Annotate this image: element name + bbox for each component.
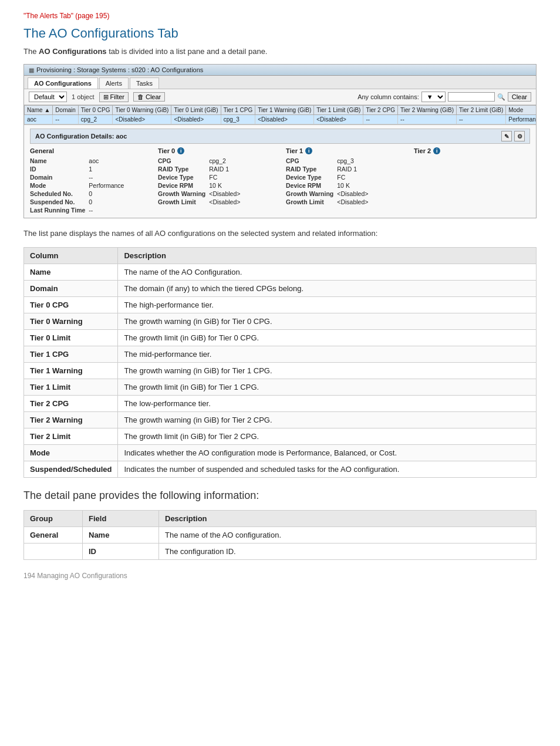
column-description: The growth warning (in GiB) for Tier 1 C… <box>118 363 537 379</box>
detail-field-row: ModePerformance <box>30 181 127 190</box>
detail-tier0: Tier 0 i CPGcpg_2RAID TypeRAID 1Device T… <box>158 147 274 214</box>
table-row: Tier 0 WarningThe growth warning (in GiB… <box>24 313 537 330</box>
list-cell: aoc <box>25 115 53 124</box>
detail-field-row: Growth Limit<Disabled> <box>158 198 244 206</box>
tab-tasks[interactable]: Tasks <box>130 77 159 89</box>
detail-field-label: CPG <box>286 157 337 165</box>
column-name: Tier 0 CPG <box>24 297 118 313</box>
filter-button[interactable]: ⊞ Filter <box>99 92 129 102</box>
col-tier1-cpg[interactable]: Tier 1 CPG <box>221 106 255 115</box>
detail-field-value: -- <box>89 206 127 214</box>
table-row: Tier 0 CPGThe high-performance tier. <box>24 297 537 313</box>
column-name: Tier 0 Limit <box>24 330 118 346</box>
general-label: General <box>30 147 54 154</box>
default-select[interactable]: Default <box>29 92 67 102</box>
detail-tier2: Tier 2 i <box>414 147 530 214</box>
col-tier1-limit[interactable]: Tier 1 Limit (GiB) <box>314 106 363 115</box>
column-description: The name of the AO Configuration. <box>118 264 537 281</box>
column-description: The growth warning (in GiB) for Tier 0 C… <box>118 313 537 330</box>
column-name: Suspended/Scheduled <box>24 461 118 478</box>
tier1-label: Tier 1 <box>286 147 303 154</box>
clear-button[interactable]: 🗑 Clear <box>133 92 165 102</box>
detail-intro: The detail pane provides the following i… <box>23 490 537 502</box>
tier0-label: Tier 0 <box>158 147 175 154</box>
any-col-label: Any column contains: <box>357 93 419 100</box>
contains-select[interactable]: ▼ <box>421 92 446 102</box>
tier0-fields: CPGcpg_2RAID TypeRAID 1Device TypeFCDevi… <box>158 157 274 206</box>
detail-field: Name <box>83 527 159 544</box>
column-description: The growth limit (in GiB) for Tier 0 CPG… <box>118 330 537 346</box>
panel-titlebar: ▦ Provisioning : Storage Systems : s020 … <box>24 65 536 76</box>
intro-before: The <box>23 47 39 56</box>
col-tier2-limit[interactable]: Tier 2 Limit (GiB) <box>457 106 506 115</box>
detail-field-value: RAID 1 <box>209 165 244 173</box>
detail-field-value: Performance <box>89 181 127 190</box>
panel-tabs: AO Configurations Alerts Tasks <box>24 76 536 89</box>
table-row: ModeIndicates whether the AO configurati… <box>24 445 537 461</box>
detail-field-row: Last Running Time-- <box>30 206 127 214</box>
col-tier1-warning[interactable]: Tier 1 Warning (GiB) <box>255 106 314 115</box>
edit-icon-btn[interactable]: ✎ <box>501 131 512 141</box>
detail-field-value: <Disabled> <box>337 198 372 206</box>
detail-field-value: 0 <box>89 198 127 206</box>
col-name[interactable]: Name ▲ <box>25 106 53 115</box>
tab-ao-configurations[interactable]: AO Configurations <box>28 77 98 89</box>
tab-alerts[interactable]: Alerts <box>99 77 129 89</box>
detail-field-value: <Disabled> <box>209 198 244 206</box>
search-input[interactable] <box>448 92 495 102</box>
col-tier2-cpg[interactable]: Tier 2 CPG <box>363 106 398 115</box>
detail-col-description: Description <box>159 511 537 527</box>
detail-header: AO Configuration Details: aoc ✎ ⚙ <box>30 129 530 144</box>
tier1-title: Tier 1 i <box>286 147 402 154</box>
list-cell: <Disabled> <box>255 115 314 124</box>
col-tier2-warning[interactable]: Tier 2 Warning (GiB) <box>398 106 457 115</box>
col-mode[interactable]: Mode <box>506 106 536 115</box>
col-tier0-cpg[interactable]: Tier 0 CPG <box>78 106 113 115</box>
detail-field-row: Domain-- <box>30 173 127 181</box>
tier2-title: Tier 2 i <box>414 147 530 154</box>
table-row: Tier 0 LimitThe growth limit (in GiB) fo… <box>24 330 537 346</box>
filter-label: Filter <box>110 93 124 100</box>
page-number: 194 Managing AO Configurations <box>23 572 537 580</box>
clear-icon: 🗑 <box>137 93 144 100</box>
detail-field-row: Growth Limit<Disabled> <box>286 198 372 206</box>
page-title: The AO Configurations Tab <box>23 26 537 41</box>
detail-field-value: FC <box>337 173 372 181</box>
list-cell: <Disabled> <box>314 115 363 124</box>
intro-after: tab is divided into a list pane and a de… <box>107 47 268 56</box>
detail-field-row: Scheduled No.0 <box>30 190 127 198</box>
list-table: Name ▲ Domain Tier 0 CPG Tier 0 Warning … <box>24 105 536 124</box>
table-row: Suspended/ScheduledIndicates the number … <box>24 461 537 478</box>
detail-field-row: CPGcpg_3 <box>286 157 372 165</box>
detail-field-label: ID <box>30 165 89 173</box>
col-tier0-warning[interactable]: Tier 0 Warning (GiB) <box>113 106 171 115</box>
detail-field-value: <Disabled> <box>209 190 244 198</box>
column-name: Tier 1 CPG <box>24 346 118 363</box>
col-tier0-limit[interactable]: Tier 0 Limit (GiB) <box>171 106 221 115</box>
column-name: Mode <box>24 445 118 461</box>
list-cell: Performance <box>506 115 536 124</box>
detail-field-value: <Disabled> <box>337 190 372 198</box>
detail-field-value: FC <box>209 173 244 181</box>
detail-field-row: Nameaoc <box>30 157 127 165</box>
list-cell: -- <box>457 115 506 124</box>
col-domain[interactable]: Domain <box>53 106 78 115</box>
alerts-tab-link[interactable]: "The Alerts Tab" (page 195) <box>23 12 537 20</box>
list-description-table: Column Description NameThe name of the A… <box>23 247 537 478</box>
clear2-button[interactable]: Clear <box>508 92 531 102</box>
table-row: Tier 2 CPGThe low-performance tier. <box>24 396 537 412</box>
detail-field-row: RAID TypeRAID 1 <box>158 165 244 173</box>
detail-field-row: Device RPM10 K <box>286 181 372 190</box>
column-description: The domain (if any) to which the tiered … <box>118 281 537 297</box>
table-row: Tier 2 WarningThe growth warning (in GiB… <box>24 412 537 428</box>
detail-field-label: Name <box>30 157 89 165</box>
detail-description-table: Group Field Description GeneralNameThe n… <box>23 510 537 560</box>
detail-field-row: Growth Warning<Disabled> <box>158 190 244 198</box>
detail-field-label: Growth Warning <box>286 190 337 198</box>
list-row[interactable]: aoc--cpg_2<Disabled><Disabled>cpg_3<Disa… <box>25 115 537 124</box>
column-name: Tier 2 CPG <box>24 396 118 412</box>
settings-icon-btn[interactable]: ⚙ <box>514 131 525 141</box>
table-row: Tier 2 LimitThe growth limit (in GiB) fo… <box>24 428 537 445</box>
column-description: The mid-performance tier. <box>118 346 537 363</box>
search-icon: 🔍 <box>497 93 505 101</box>
